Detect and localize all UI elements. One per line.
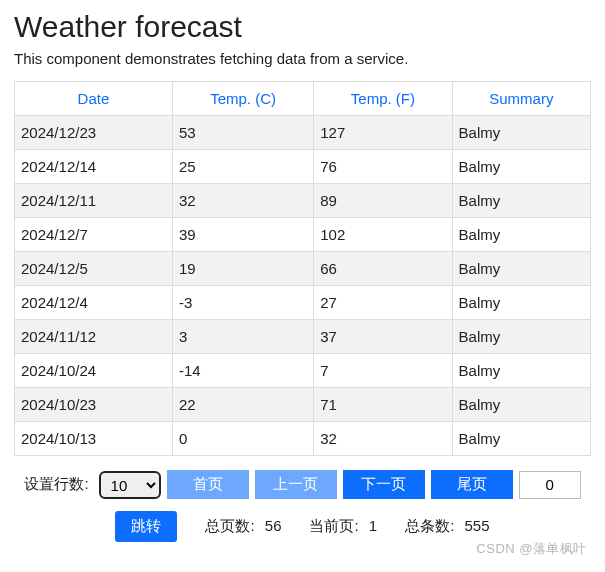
current-page-stat: 当前页: 1 xyxy=(309,517,377,536)
table-row: 2024/10/24-147Balmy xyxy=(15,354,591,388)
rows-select[interactable]: 10 xyxy=(99,471,161,499)
total-items-value: 555 xyxy=(465,517,490,534)
cell-date: 2024/12/23 xyxy=(15,116,173,150)
total-pages-value: 56 xyxy=(265,517,282,534)
cell-f: 32 xyxy=(314,422,452,456)
cell-summary: Balmy xyxy=(452,354,590,388)
cell-c: 39 xyxy=(172,218,313,252)
cell-date: 2024/12/5 xyxy=(15,252,173,286)
cell-f: 102 xyxy=(314,218,452,252)
cell-summary: Balmy xyxy=(452,150,590,184)
cell-c: 19 xyxy=(172,252,313,286)
page-title: Weather forecast xyxy=(14,10,591,44)
table-row: 2024/12/2353127Balmy xyxy=(15,116,591,150)
total-pages-label: 总页数: xyxy=(205,517,254,534)
cell-c: 25 xyxy=(172,150,313,184)
cell-f: 66 xyxy=(314,252,452,286)
cell-date: 2024/10/24 xyxy=(15,354,173,388)
col-temp-f[interactable]: Temp. (F) xyxy=(314,82,452,116)
cell-date: 2024/12/4 xyxy=(15,286,173,320)
cell-c: -14 xyxy=(172,354,313,388)
prev-page-button[interactable]: 上一页 xyxy=(255,470,337,499)
cell-summary: Balmy xyxy=(452,218,590,252)
cell-f: 71 xyxy=(314,388,452,422)
cell-c: 53 xyxy=(172,116,313,150)
pager-row-stats: 跳转 总页数: 56 当前页: 1 总条数: 555 xyxy=(14,511,591,542)
cell-f: 27 xyxy=(314,286,452,320)
page-subtitle: This component demonstrates fetching dat… xyxy=(14,50,591,67)
table-row: 2024/12/4-327Balmy xyxy=(15,286,591,320)
cell-f: 7 xyxy=(314,354,452,388)
pager-row-controls: 设置行数: 10 首页 上一页 下一页 尾页 xyxy=(14,470,591,499)
cell-summary: Balmy xyxy=(452,388,590,422)
cell-date: 2024/12/7 xyxy=(15,218,173,252)
page-number-input[interactable] xyxy=(519,471,581,499)
cell-c: 0 xyxy=(172,422,313,456)
current-page-value: 1 xyxy=(369,517,377,534)
table-row: 2024/12/113289Balmy xyxy=(15,184,591,218)
last-page-button[interactable]: 尾页 xyxy=(431,470,513,499)
first-page-button[interactable]: 首页 xyxy=(167,470,249,499)
cell-c: 3 xyxy=(172,320,313,354)
table-row: 2024/10/232271Balmy xyxy=(15,388,591,422)
cell-f: 37 xyxy=(314,320,452,354)
table-body: 2024/12/2353127Balmy2024/12/142576Balmy2… xyxy=(15,116,591,456)
cell-date: 2024/12/11 xyxy=(15,184,173,218)
cell-date: 2024/11/12 xyxy=(15,320,173,354)
pager: 设置行数: 10 首页 上一页 下一页 尾页 跳转 总页数: 56 当前页: 1… xyxy=(14,470,591,542)
weather-table: Date Temp. (C) Temp. (F) Summary 2024/12… xyxy=(14,81,591,456)
cell-summary: Balmy xyxy=(452,422,590,456)
cell-date: 2024/10/23 xyxy=(15,388,173,422)
cell-summary: Balmy xyxy=(452,286,590,320)
cell-summary: Balmy xyxy=(452,116,590,150)
cell-c: 32 xyxy=(172,184,313,218)
cell-summary: Balmy xyxy=(452,252,590,286)
table-row: 2024/12/51966Balmy xyxy=(15,252,591,286)
cell-c: 22 xyxy=(172,388,313,422)
current-page-label: 当前页: xyxy=(309,517,358,534)
table-row: 2024/12/142576Balmy xyxy=(15,150,591,184)
cell-f: 127 xyxy=(314,116,452,150)
cell-f: 89 xyxy=(314,184,452,218)
table-header-row: Date Temp. (C) Temp. (F) Summary xyxy=(15,82,591,116)
set-rows-label: 设置行数: xyxy=(24,475,88,494)
jump-button[interactable]: 跳转 xyxy=(115,511,177,542)
cell-f: 76 xyxy=(314,150,452,184)
cell-date: 2024/12/14 xyxy=(15,150,173,184)
total-items-stat: 总条数: 555 xyxy=(405,517,489,536)
cell-date: 2024/10/13 xyxy=(15,422,173,456)
cell-summary: Balmy xyxy=(452,184,590,218)
table-row: 2024/11/12337Balmy xyxy=(15,320,591,354)
table-row: 2024/10/13032Balmy xyxy=(15,422,591,456)
next-page-button[interactable]: 下一页 xyxy=(343,470,425,499)
table-row: 2024/12/739102Balmy xyxy=(15,218,591,252)
col-date[interactable]: Date xyxy=(15,82,173,116)
col-temp-c[interactable]: Temp. (C) xyxy=(172,82,313,116)
total-items-label: 总条数: xyxy=(405,517,454,534)
col-summary[interactable]: Summary xyxy=(452,82,590,116)
cell-c: -3 xyxy=(172,286,313,320)
total-pages-stat: 总页数: 56 xyxy=(205,517,281,536)
cell-summary: Balmy xyxy=(452,320,590,354)
